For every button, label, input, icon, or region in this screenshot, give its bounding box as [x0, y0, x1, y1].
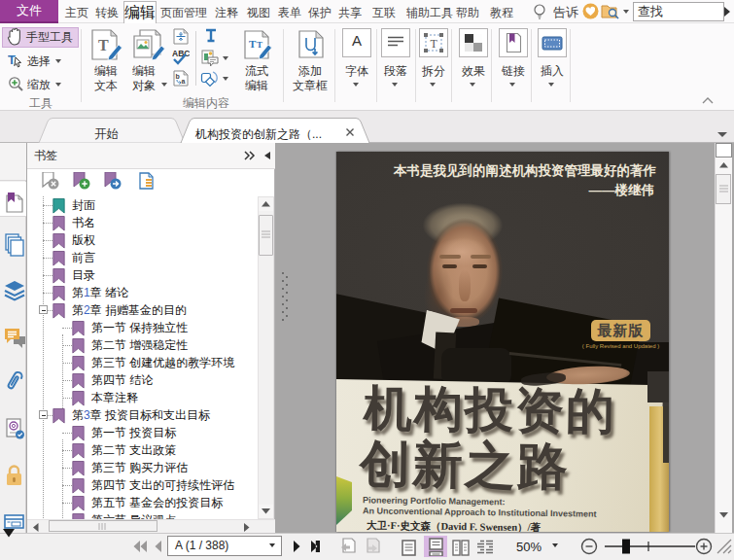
svg-text:ABC: ABC: [172, 49, 190, 58]
svg-text:b: b: [176, 73, 180, 80]
svg-text:T: T: [98, 37, 109, 53]
svg-text:机构投资的创新之路（...: 机构投资的创新之路（...: [194, 127, 322, 141]
svg-text:T: T: [249, 38, 257, 50]
svg-text:T: T: [257, 40, 262, 50]
svg-text:a: a: [182, 78, 186, 85]
svg-text:开始: 开始: [94, 127, 119, 141]
svg-text:T: T: [431, 37, 438, 51]
